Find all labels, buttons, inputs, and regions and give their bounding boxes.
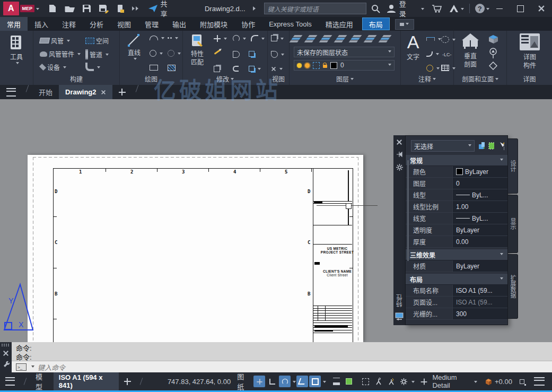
login-button[interactable]: 登录 xyxy=(399,0,413,19)
new-layout-button[interactable] xyxy=(119,372,136,390)
command-grip-icon[interactable] xyxy=(2,344,10,346)
dimension-button[interactable] xyxy=(426,36,441,42)
command-input[interactable]: >_ 键入命令 xyxy=(12,361,552,373)
layer-freeze-icon[interactable] xyxy=(338,35,347,37)
layer-dropdown[interactable]: 0 xyxy=(294,60,395,71)
tab-insert[interactable]: 插入 xyxy=(28,17,55,31)
rotate-button[interactable] xyxy=(233,35,246,42)
layer-off-icon[interactable] xyxy=(308,35,318,37)
build-panel-label[interactable]: 构建 xyxy=(33,74,119,83)
new-drawing-button[interactable] xyxy=(112,85,132,99)
annotate-panel-label[interactable]: 注释 xyxy=(401,74,453,83)
isolate-objects-icon[interactable] xyxy=(516,376,528,387)
fillet-button[interactable] xyxy=(251,35,265,41)
help-icon[interactable]: ? xyxy=(475,4,485,13)
prop-row-thickness[interactable]: 厚度 0.00 xyxy=(406,236,507,248)
drawing-tab-close-icon[interactable] xyxy=(101,90,106,94)
workspace-switching-icon[interactable] xyxy=(418,376,430,387)
close-button[interactable] xyxy=(531,0,552,17)
tab-analyze[interactable]: 分析 xyxy=(83,17,110,31)
layer-previous-icon[interactable] xyxy=(382,35,392,37)
status-menu-icon[interactable] xyxy=(0,372,20,390)
dynamic-ucs-toggle[interactable] xyxy=(343,376,355,387)
paper-space-button[interactable]: 图纸 xyxy=(231,372,253,390)
prop-row-raster[interactable]: 光栅的... 300 xyxy=(406,308,507,320)
layers-panel-label[interactable]: 图层 xyxy=(290,74,400,83)
pipe-fitting-button[interactable] xyxy=(85,63,100,71)
draw-panel-label[interactable]: 绘图 xyxy=(120,74,182,83)
vertical-section-button[interactable]: 垂直剖面 xyxy=(458,33,483,68)
annotation-scale-gear-icon[interactable] xyxy=(398,376,409,387)
annotation-scale-caret-icon[interactable] xyxy=(411,381,415,385)
save-icon[interactable] xyxy=(82,4,91,13)
save-as-icon[interactable] xyxy=(99,4,109,13)
layer-isolate-icon[interactable] xyxy=(353,35,362,37)
tab-output[interactable]: 输出 xyxy=(165,17,193,31)
revcloud-button[interactable] xyxy=(168,50,181,57)
prop-row-linetype[interactable]: 线型 ByL... xyxy=(406,189,507,201)
share-button[interactable]: 共享 xyxy=(148,0,174,19)
prop-row-material[interactable]: 材质 ByLayer xyxy=(406,260,507,272)
select-objects-icon[interactable] xyxy=(488,142,495,151)
tab-home[interactable]: 常用 xyxy=(0,17,28,31)
prop-row-page-setup[interactable]: 页面设... ISO A1 (59... xyxy=(406,297,507,308)
prop-row-transparency[interactable]: 透明度 ByLayer xyxy=(406,224,507,236)
elevation-value[interactable]: +0.00 xyxy=(495,378,512,386)
prop-row-layer[interactable]: 图层 0 xyxy=(406,178,507,189)
move-button[interactable] xyxy=(214,35,227,42)
ribbon-collapse-button[interactable] xyxy=(395,19,414,30)
open-file-icon[interactable] xyxy=(65,4,75,13)
prop-row-ltscale[interactable]: 线型比例 1.00 xyxy=(406,201,507,213)
visual-style-button[interactable] xyxy=(271,51,284,58)
line-button[interactable]: 直线 xyxy=(123,34,145,62)
copy-button[interactable] xyxy=(249,66,261,72)
customization-menu-icon[interactable] xyxy=(529,372,552,390)
hatch-button[interactable] xyxy=(168,65,176,71)
mirror-button[interactable] xyxy=(233,51,240,58)
minimize-button[interactable] xyxy=(489,0,510,17)
search-input[interactable]: 键入关键字或短语 xyxy=(264,3,367,14)
view-cube-button[interactable] xyxy=(271,35,284,41)
tab-express-tools[interactable]: Express Tools xyxy=(262,17,319,31)
section-general[interactable]: 常规 xyxy=(406,155,507,166)
file-tabs-menu-icon[interactable] xyxy=(0,85,22,99)
layer-match-icon[interactable] xyxy=(367,35,377,37)
tab-manage[interactable]: 管理 xyxy=(138,17,165,31)
new-file-icon[interactable] xyxy=(48,4,57,13)
table-button[interactable] xyxy=(441,65,455,71)
centerline-button[interactable] xyxy=(426,65,440,72)
palette-tab-extended-data[interactable]: 扩展数据 xyxy=(508,254,518,319)
quick-select-icon[interactable] xyxy=(498,142,504,151)
palette-tab-display[interactable]: 显示 xyxy=(508,195,518,253)
annotation-visibility-toggle[interactable] xyxy=(372,376,384,387)
polar-tracking-caret-icon[interactable] xyxy=(293,381,296,385)
section-box-button[interactable] xyxy=(487,34,500,43)
detail-component-button[interactable]: 详图构件 xyxy=(514,33,545,69)
command-drag-strip[interactable] xyxy=(0,342,12,372)
palette-autohide-icon[interactable] xyxy=(396,151,402,158)
elevation-cube-icon[interactable] xyxy=(483,376,494,387)
ortho-mode-toggle[interactable] xyxy=(266,376,278,387)
drawing-tab[interactable]: Drawing2 xyxy=(59,85,112,99)
layout-tab-iso-a1[interactable]: ISO A1 (594 x 841) xyxy=(54,372,119,390)
cart-icon[interactable] xyxy=(432,4,442,13)
tab-addins[interactable]: 附加模块 xyxy=(193,17,234,31)
selection-dropdown[interactable]: 无选择 xyxy=(411,140,475,152)
tab-annotate[interactable]: 注释 xyxy=(55,17,83,31)
command-close-icon[interactable] xyxy=(3,351,8,356)
palette-scrollbar[interactable] xyxy=(407,160,409,261)
text-button[interactable]: A 文字 xyxy=(403,33,423,61)
tab-featured-apps[interactable]: 精选应用 xyxy=(319,17,360,31)
explode-button[interactable] xyxy=(214,66,220,72)
section-layout[interactable]: 布局 xyxy=(406,274,507,285)
palette-close-icon[interactable] xyxy=(397,140,402,145)
command-recent-caret-icon[interactable] xyxy=(31,365,34,369)
palette-title-strip[interactable]: 特性 xyxy=(393,135,405,325)
layer-state-dropdown[interactable]: 未保存的图层状态 xyxy=(294,47,395,57)
tab-view[interactable]: 视图 xyxy=(110,17,138,31)
layer-on-icon[interactable] xyxy=(323,35,332,37)
space-button[interactable]: 空间 xyxy=(85,36,109,45)
tab-collaborate[interactable]: 协作 xyxy=(234,17,262,31)
title-expand-icon[interactable] xyxy=(253,6,258,11)
maximize-button[interactable] xyxy=(510,0,531,17)
